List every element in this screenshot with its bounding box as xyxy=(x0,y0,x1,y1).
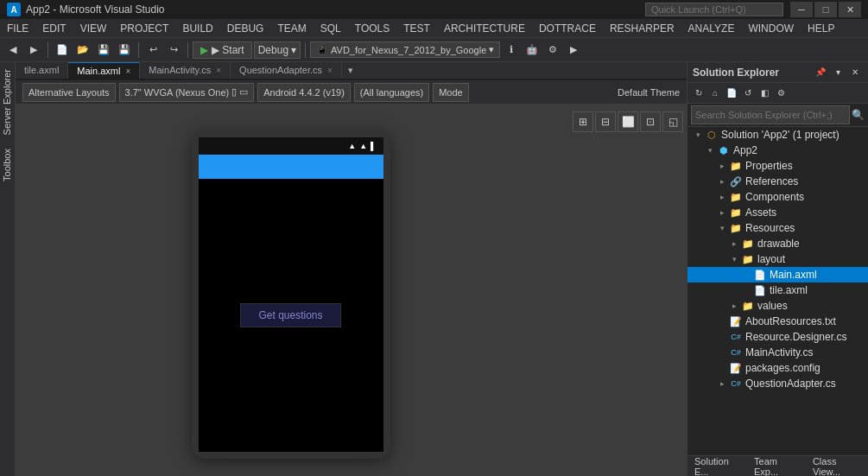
editor-tab-3[interactable]: QuestionAdapter.cs× xyxy=(231,62,342,79)
se-home-button[interactable]: ⌂ xyxy=(707,86,723,101)
se-close-button[interactable]: ✕ xyxy=(847,65,863,80)
save-button[interactable]: 💾 xyxy=(94,41,113,60)
battery-icon: ▌ xyxy=(371,142,376,150)
tree-arrow-11: ▸ xyxy=(727,301,741,310)
grid-view-icon[interactable]: ⊞ xyxy=(573,111,593,132)
android-version-button[interactable]: Android 4.4.2 (v19) xyxy=(257,83,351,102)
close-button[interactable]: ✕ xyxy=(839,2,861,17)
se-pin-button[interactable]: 📌 xyxy=(813,65,828,80)
tree-icon-3: 🔗 xyxy=(729,175,743,188)
maximize-button[interactable]: □ xyxy=(814,2,837,17)
debug-config-dropdown[interactable]: Debug ▾ xyxy=(254,41,301,59)
back-button[interactable]: ◀ xyxy=(3,41,22,60)
quick-launch-input[interactable] xyxy=(645,3,783,16)
menu-item-debug[interactable]: DEBUG xyxy=(220,19,271,37)
se-collapse-button[interactable]: ◧ xyxy=(757,86,772,101)
layout-icon-4[interactable]: ⊡ xyxy=(640,111,661,132)
device-title-bar xyxy=(199,155,383,179)
menu-item-project[interactable]: PROJECT xyxy=(113,19,175,37)
mode-button[interactable]: Mode xyxy=(433,83,469,102)
tree-item-13[interactable]: C#Resource.Designer.cs xyxy=(687,329,868,345)
language-button[interactable]: (All languages) xyxy=(354,83,429,102)
tree-label-8: layout xyxy=(757,253,785,265)
avd-selector[interactable]: 📱 AVD_for_Nexus_7_2012_by_Google ▾ xyxy=(310,41,500,58)
tree-item-4[interactable]: ▸📁Components xyxy=(687,189,868,205)
se-header-controls: 📌 ▾ ✕ xyxy=(813,65,863,80)
tree-item-1[interactable]: ▾⬢App2 xyxy=(687,143,868,158)
tab-close-3[interactable]: × xyxy=(327,66,333,75)
se-footer-tab-1[interactable]: Team Exp... xyxy=(747,454,806,477)
tree-item-11[interactable]: ▸📁values xyxy=(687,298,868,314)
search-icon: 🔍 xyxy=(852,109,865,121)
tree-item-10[interactable]: 📄tile.axml xyxy=(687,282,868,298)
editor-tab-1[interactable]: Main.axml× xyxy=(68,62,140,79)
redo-button[interactable]: ↪ xyxy=(164,41,183,60)
menu-item-architecture[interactable]: ARCHITECTURE xyxy=(437,19,532,37)
tree-item-14[interactable]: C#MainActivity.cs xyxy=(687,345,868,360)
se-footer-tab-2[interactable]: Class View... xyxy=(806,454,868,477)
server-explorer-tab[interactable]: Server Explorer xyxy=(0,62,15,142)
editor-tab-0[interactable]: tile.axml xyxy=(16,62,68,79)
tab-overflow-arrow[interactable]: ▾ xyxy=(342,62,359,79)
menu-item-edit[interactable]: EDIT xyxy=(35,19,73,37)
tree-item-3[interactable]: ▸🔗References xyxy=(687,174,868,189)
new-file-button[interactable]: 📄 xyxy=(53,41,72,60)
android-button[interactable]: 🤖 xyxy=(523,41,542,60)
undo-button[interactable]: ↩ xyxy=(143,41,162,60)
se-properties-button[interactable]: ⚙ xyxy=(773,86,789,101)
se-show-files-button[interactable]: 📄 xyxy=(724,86,739,101)
se-sync-button[interactable]: ↻ xyxy=(691,86,706,101)
device-frame: ▲ ▲ ▌ Get questions xyxy=(192,130,390,459)
android2-button[interactable]: ⚙ xyxy=(543,41,562,60)
menu-item-view[interactable]: VIEW xyxy=(73,19,114,37)
preview-container: ▲ ▲ ▌ Get questions ⊞ ⊟ xyxy=(16,105,687,476)
menu-item-sql[interactable]: SQL xyxy=(314,19,348,37)
menu-item-window[interactable]: WINDOW xyxy=(741,19,801,37)
tree-item-2[interactable]: ▸📁Properties xyxy=(687,158,868,174)
screen-size-button[interactable]: 3.7" WVGA (Nexus One) ▯ ▭ xyxy=(119,83,255,102)
tree-item-12[interactable]: 📝AboutResources.txt xyxy=(687,314,868,329)
tab-close-1[interactable]: × xyxy=(125,67,130,76)
toolbox-tab[interactable]: Toolbox xyxy=(0,142,15,188)
save-all-button[interactable]: 💾 xyxy=(115,41,134,60)
get-questions-button[interactable]: Get questions xyxy=(240,303,340,327)
se-footer-tab-0[interactable]: Solution E... xyxy=(687,454,747,477)
play2-button[interactable]: ▶ xyxy=(564,41,583,60)
forward-button[interactable]: ▶ xyxy=(24,41,43,60)
layout-icon-2[interactable]: ⊟ xyxy=(595,111,616,132)
menu-item-analyze[interactable]: ANALYZE xyxy=(681,19,742,37)
language-label: (All languages) xyxy=(360,87,423,98)
tree-label-6: Resources xyxy=(745,222,795,234)
solution-explorer-search[interactable] xyxy=(691,105,850,124)
se-refresh-button[interactable]: ↺ xyxy=(740,86,756,101)
menu-item-file[interactable]: FILE xyxy=(0,19,35,37)
tree-item-8[interactable]: ▾📁layout xyxy=(687,251,868,267)
menu-item-dottrace[interactable]: DOTTRACE xyxy=(532,19,603,37)
layout-icon-5[interactable]: ◱ xyxy=(662,111,683,132)
menu-item-resharper[interactable]: RESHARPER xyxy=(603,19,681,37)
toolbar-separator-1 xyxy=(48,42,48,58)
tree-item-7[interactable]: ▸📁drawable xyxy=(687,236,868,251)
menu-item-test[interactable]: TEST xyxy=(396,19,437,37)
run-button[interactable]: ▶ ▶ Start xyxy=(193,41,252,59)
alt-layouts-button[interactable]: Alternative Layouts xyxy=(22,83,116,102)
layout-icon-3[interactable]: ⬜ xyxy=(618,111,638,132)
menu-item-team[interactable]: TEAM xyxy=(270,19,313,37)
tree-item-15[interactable]: 📝packages.config xyxy=(687,360,868,376)
se-dropdown-button[interactable]: ▾ xyxy=(830,65,846,80)
tree-item-5[interactable]: ▸📁Assets xyxy=(687,205,868,220)
tree-item-16[interactable]: ▸C#QuestionAdapter.cs xyxy=(687,376,868,391)
editor-tab-2[interactable]: MainActivity.cs× xyxy=(140,62,231,79)
menu-item-help[interactable]: HELP xyxy=(801,19,841,37)
tree-item-0[interactable]: ▾⬡Solution 'App2' (1 project) xyxy=(687,127,868,143)
open-button[interactable]: 📂 xyxy=(73,41,92,60)
tree-item-9[interactable]: 📄Main.axml xyxy=(687,267,868,282)
device-info-button[interactable]: ℹ xyxy=(502,41,521,60)
minimize-button[interactable]: ─ xyxy=(790,2,813,17)
toolbar: ◀ ▶ 📄 📂 💾 💾 ↩ ↪ ▶ ▶ Start Debug ▾ 📱 AVD_… xyxy=(0,38,868,62)
menu-item-tools[interactable]: TOOLS xyxy=(348,19,396,37)
tree-item-6[interactable]: ▾📁Resources xyxy=(687,220,868,236)
tree-icon-6: 📁 xyxy=(729,221,743,235)
menu-item-build[interactable]: BUILD xyxy=(175,19,219,37)
tab-close-2[interactable]: × xyxy=(216,66,221,75)
